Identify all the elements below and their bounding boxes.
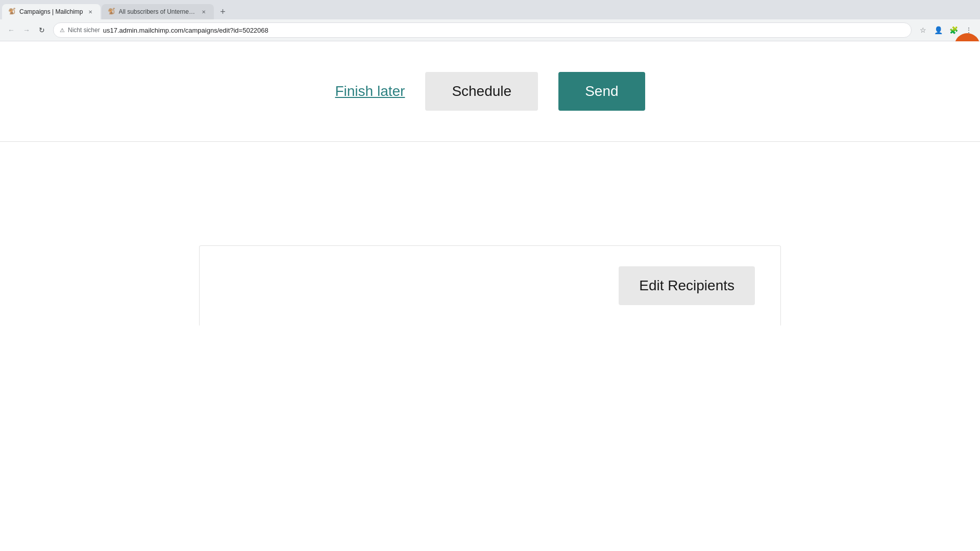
finish-later-link[interactable]: Finish later — [335, 83, 405, 99]
tab-2[interactable]: 🐒 All subscribers of Unternehm... ✕ — [102, 4, 214, 19]
security-label: Nicht sicher — [68, 27, 100, 34]
browser-chrome: 🐒 Campaigns | Mailchimp ✕ 🐒 All subscrib… — [0, 0, 980, 41]
back-button[interactable]: ← — [4, 23, 18, 37]
tab-1[interactable]: 🐒 Campaigns | Mailchimp ✕ — [2, 4, 101, 19]
schedule-button[interactable]: Schedule — [425, 72, 538, 111]
forward-button[interactable]: → — [19, 23, 34, 37]
page-content: Finish later Schedule Send Edit Recipien… — [0, 41, 980, 325]
tab-1-title: Campaigns | Mailchimp — [19, 8, 83, 15]
top-action-section: Finish later Schedule Send — [0, 41, 980, 142]
edit-recipients-button[interactable]: Edit Recipients — [619, 266, 755, 305]
security-icon: ⚠ — [60, 27, 65, 34]
bookmark-icon[interactable]: ☆ — [916, 23, 930, 37]
send-button[interactable]: Send — [558, 72, 645, 111]
nav-buttons: ← → ↻ — [4, 23, 49, 37]
url-text: us17.admin.mailchimp.com/campaigns/edit?… — [103, 27, 268, 34]
tab-1-favicon: 🐒 — [8, 8, 16, 16]
tab-bar: 🐒 Campaigns | Mailchimp ✕ 🐒 All subscrib… — [0, 0, 980, 19]
address-bar[interactable]: ⚠ Nicht sicher us17.admin.mailchimp.com/… — [53, 22, 912, 38]
bottom-section: Edit Recipients — [199, 245, 781, 325]
extensions-icon[interactable]: 🧩 — [946, 23, 961, 37]
profile-icon[interactable]: 👤 — [931, 23, 945, 37]
tab-2-title: All subscribers of Unternehm... — [119, 8, 197, 15]
reload-button[interactable]: ↻ — [35, 23, 49, 37]
tab-1-close[interactable]: ✕ — [86, 8, 94, 16]
new-tab-button[interactable]: + — [216, 5, 230, 19]
address-bar-row: ← → ↻ ⚠ Nicht sicher us17.admin.mailchim… — [0, 19, 980, 41]
tab-2-favicon: 🐒 — [108, 8, 116, 16]
tab-2-close[interactable]: ✕ — [200, 8, 208, 16]
